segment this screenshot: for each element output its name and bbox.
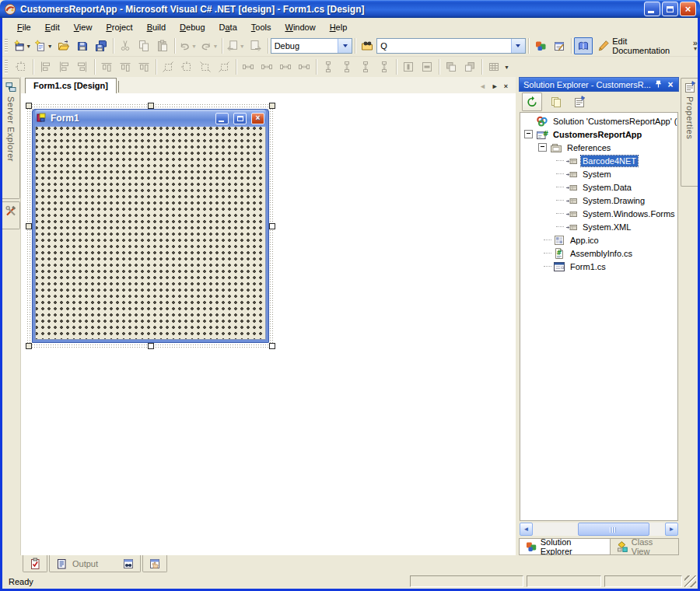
save-button[interactable] <box>73 37 92 54</box>
form-close-button[interactable]: × <box>251 113 264 124</box>
collapse-expander-icon[interactable] <box>524 130 533 138</box>
solution-tree[interactable]: Solution 'CustomersReportApp' (1 pro Cus… <box>520 112 678 521</box>
show-grid-button[interactable] <box>485 58 503 75</box>
server-explorer-tab[interactable]: Server Explorer <box>2 78 20 199</box>
form-maximize-button[interactable] <box>233 113 247 124</box>
properties-tab[interactable]: Properties <box>681 78 698 187</box>
tree-item-reference-system-drawing[interactable]: System.Drawing <box>520 194 677 207</box>
output-tab[interactable]: Output <box>49 555 141 572</box>
align-lefts-button[interactable] <box>36 58 54 75</box>
refresh-button[interactable] <box>522 93 542 111</box>
tree-item-form1-cs[interactable]: Form1.cs <box>520 260 677 273</box>
properties-window-button[interactable] <box>550 37 569 54</box>
increase-horizontal-spacing-button[interactable] <box>257 58 276 75</box>
find-combo[interactable]: Q <box>376 38 525 54</box>
restore-button[interactable] <box>662 2 678 16</box>
tree-item-project[interactable]: CustomersReportApp <box>520 128 677 141</box>
resize-handle-top-left[interactable] <box>26 103 32 109</box>
scrollbar-thumb[interactable] <box>578 523 649 536</box>
make-same-width-button[interactable] <box>159 58 177 75</box>
index-button[interactable] <box>574 37 593 54</box>
resize-handle-bottom-center[interactable] <box>148 343 154 349</box>
resize-handle-top-center[interactable] <box>148 103 154 109</box>
menu-project[interactable]: Project <box>99 20 139 34</box>
menu-file[interactable]: File <box>10 20 38 34</box>
tree-item-reference-system[interactable]: System <box>520 167 677 180</box>
scrollbar-track[interactable] <box>533 523 665 536</box>
design-form-window[interactable]: Form1 × <box>32 109 269 343</box>
center-horizontally-button[interactable] <box>399 58 418 75</box>
copy-button[interactable] <box>135 37 153 54</box>
close-panel-button[interactable]: × <box>664 79 677 90</box>
navigate-backward-button[interactable]: ▼ <box>225 37 246 54</box>
toolbar-grip[interactable] <box>5 39 8 53</box>
window-titlebar[interactable]: CustomersReportApp - Microsoft Visual C#… <box>0 0 700 18</box>
horizontal-scrollbar[interactable]: ◄ ► <box>520 523 678 536</box>
send-to-back-button[interactable] <box>460 58 479 75</box>
auto-hide-pin-button[interactable] <box>652 79 664 90</box>
resize-handle-bottom-right[interactable] <box>269 343 275 349</box>
tree-item-assemblyinfo[interactable]: AssemblyInfo.cs <box>520 247 677 260</box>
designer-canvas[interactable]: Form1 × <box>21 94 516 555</box>
tree-item-reference-system-windows-forms[interactable]: System.Windows.Forms <box>520 207 677 220</box>
menu-debug[interactable]: Debug <box>173 20 212 34</box>
resize-handle-top-right[interactable] <box>269 103 275 109</box>
align-bottoms-button[interactable] <box>135 58 153 75</box>
decrease-vertical-spacing-button[interactable] <box>356 58 375 75</box>
remove-vertical-spacing-button[interactable] <box>375 58 394 75</box>
redo-button[interactable]: ▼ <box>198 37 219 54</box>
scroll-right-button[interactable]: ► <box>665 523 678 536</box>
edit-documentation-button[interactable]: Edit Documentation <box>593 37 690 54</box>
toolbox-tab[interactable] <box>2 201 20 229</box>
navigate-forward-button[interactable] <box>247 37 265 54</box>
form-selection-border[interactable]: Form1 × <box>26 103 275 348</box>
new-project-button[interactable]: ▼ <box>12 37 33 54</box>
menu-view[interactable]: View <box>67 20 100 34</box>
menu-tools[interactable]: Tools <box>244 20 278 34</box>
bring-to-front-button[interactable] <box>442 58 460 75</box>
menu-help[interactable]: Help <box>323 20 355 34</box>
show-all-files-button[interactable] <box>547 93 565 110</box>
collapse-expander-icon[interactable] <box>538 143 547 152</box>
solution-configurations-combo[interactable]: Debug <box>271 38 353 54</box>
menu-window[interactable]: Window <box>278 20 322 34</box>
open-file-button[interactable] <box>54 37 73 54</box>
undo-button[interactable]: ▼ <box>177 37 198 54</box>
tree-item-app-ico[interactable]: App.ico <box>520 233 677 247</box>
design-form-client-grid[interactable] <box>35 127 266 340</box>
menu-build[interactable]: Build <box>140 20 173 34</box>
scroll-left-button[interactable]: ◄ <box>520 523 533 536</box>
cut-button[interactable] <box>116 37 135 54</box>
snap-to-grid-button[interactable] <box>12 58 30 75</box>
solution-explorer-titlebar[interactable]: Solution Explorer - CustomersR... × <box>519 77 679 92</box>
properties-button[interactable] <box>570 93 589 110</box>
find-symbol-results-tab[interactable] <box>142 555 167 572</box>
remove-horizontal-spacing-button[interactable] <box>295 58 313 75</box>
tab-class-view[interactable]: Class View <box>611 538 679 555</box>
center-vertically-button[interactable] <box>418 58 436 75</box>
toolbar-options-arrow-icon[interactable]: ▼ <box>504 65 509 70</box>
close-document-icon[interactable]: × <box>504 83 508 90</box>
size-to-grid-button[interactable] <box>177 58 196 75</box>
scroll-tabs-left-icon[interactable]: ◄ <box>479 83 486 90</box>
design-form-titlebar[interactable]: Form1 × <box>35 110 266 127</box>
find-in-files-button[interactable] <box>358 37 376 54</box>
tab-solution-explorer[interactable]: Solution Explorer <box>519 538 611 555</box>
align-centers-button[interactable] <box>54 58 73 75</box>
increase-vertical-spacing-button[interactable] <box>338 58 356 75</box>
toolbar-grip[interactable] <box>5 60 8 74</box>
tree-item-solution[interactable]: Solution 'CustomersReportApp' (1 pro <box>520 114 677 128</box>
paste-button[interactable] <box>153 37 172 54</box>
combo-dropdown-button[interactable] <box>338 39 352 53</box>
minimize-button[interactable] <box>644 2 660 16</box>
resize-handle-bottom-left[interactable] <box>26 343 32 349</box>
resize-handle-middle-right[interactable] <box>269 223 275 229</box>
make-same-size-button[interactable] <box>215 58 233 75</box>
task-list-tab[interactable] <box>23 555 47 572</box>
combo-dropdown-button[interactable] <box>511 39 525 53</box>
solution-explorer-toggle-button[interactable] <box>531 37 550 54</box>
align-rights-button[interactable] <box>73 58 92 75</box>
align-tops-button[interactable] <box>97 58 116 75</box>
save-all-button[interactable] <box>92 37 110 54</box>
make-horizontal-spacing-equal-button[interactable] <box>239 58 257 75</box>
